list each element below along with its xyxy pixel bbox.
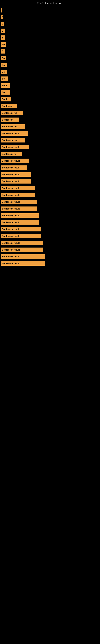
bar-label: B [2, 23, 3, 25]
bar-label: Bottleneck result [2, 221, 20, 224]
bar-row: Bottleneck result [1, 199, 100, 204]
bar-label: Bottleneck result [2, 146, 20, 148]
bar-label: Bottleneck result [2, 180, 20, 182]
bar-row: Bottleneck result [1, 234, 100, 239]
bar-row: Bottleneck result [1, 192, 100, 198]
bar-label: Bottleneck result [2, 242, 20, 244]
bar-row: Bottleneck res [1, 110, 100, 116]
bar-row: Bottl [1, 83, 100, 88]
bar-label: Bo [2, 64, 5, 66]
bar-label: Bottleneck result [2, 214, 20, 217]
bar-label: B [2, 16, 3, 18]
bar-row: Bottleneck result [1, 213, 100, 218]
bar: Bottleneck result [1, 131, 28, 136]
bar: Bottleneck result [1, 158, 29, 163]
bar-label: Bottleneck result [2, 187, 20, 190]
bar-label: Bottl [2, 84, 7, 87]
bar-row: Bottleneck [1, 117, 100, 122]
bar-label: Bottleneck re [2, 153, 16, 155]
bar-label: Bottleneck resu [2, 139, 18, 142]
bar-row: Bottl [1, 96, 100, 102]
bar: Bottleneck re [1, 152, 22, 156]
bar-row: Bottleneck resu [1, 138, 100, 143]
bar: Bottleneck result [1, 248, 43, 252]
bar-label: Bottleneck result [2, 228, 20, 230]
bar-label: Bottleneck result [2, 262, 20, 265]
bar-row: Bottleneck re [1, 151, 100, 156]
bar: Bottleneck result [1, 206, 37, 211]
bar-row: Bo [1, 42, 100, 47]
bar: Bottleneck [1, 118, 19, 122]
bar-row: Bottleneck result [1, 131, 100, 136]
bar: Bottleneck resu [1, 124, 25, 129]
bar-row: Bottleneck resul [1, 165, 100, 170]
bar-label: B [2, 50, 3, 52]
bar: Bottleneck result [1, 220, 39, 224]
bar-label: Bottleneck result [2, 208, 20, 210]
bar: Bo [1, 63, 7, 67]
bar-row [1, 8, 100, 13]
bar-row: Bottleneck result [1, 158, 100, 164]
bar-row: B [1, 49, 100, 54]
bar: B [1, 49, 5, 54]
bar-row: Bottleneck result [1, 206, 100, 211]
bar: Bottleneck resu [1, 138, 25, 142]
bar-label: Bottleneck [2, 118, 13, 121]
bar-label: Bottleneck result [2, 256, 20, 258]
bar: Bo [1, 42, 6, 47]
bar: B [1, 15, 3, 19]
bar-row: Bottleneck result [1, 179, 100, 184]
bar-label: Bott [2, 91, 6, 94]
bar-row: Bottleneck result [1, 172, 100, 177]
bar-row: Bottleneck resu [1, 124, 100, 129]
bar: Bottleneck result [1, 234, 41, 238]
bar-label: Bottl [2, 98, 7, 100]
bar: Bottleneck result [1, 261, 46, 266]
bars-container: BBBBBoBBoBoBoBotBottlBottBottlBottlenecB… [0, 6, 100, 268]
bar-label: Bottleneck result [2, 132, 20, 135]
bar-row: Bottleneck result [1, 240, 100, 246]
bar-row: Bo [1, 69, 100, 74]
bar: Bottl [1, 83, 10, 88]
bar: Bottleneck result [1, 179, 31, 184]
bar-row: Bottleneck result [1, 261, 100, 266]
bar: Bottleneck result [1, 213, 39, 218]
bar-label: B [2, 36, 3, 39]
bar: Bott [1, 90, 10, 94]
bar-label: Bottleneck result [2, 173, 20, 176]
site-title: TheBottlenecker.com [0, 0, 100, 6]
bar-label: Bottleneck result [2, 160, 20, 162]
bar [1, 8, 2, 12]
bar: Bot [1, 76, 8, 81]
bar-label: Bottleneck resul [2, 166, 19, 169]
bar-row: Bottleneck result [1, 254, 100, 259]
bar-row: Bottleneck result [1, 226, 100, 232]
bar: Bottleneck result [1, 200, 37, 204]
bar-row: B [1, 28, 100, 34]
bar: B [1, 36, 5, 40]
bar: Bottlenec [1, 104, 17, 108]
bar: Bottleneck result [1, 227, 41, 232]
bar-label: Bo [2, 43, 5, 46]
bar: Bottleneck result [1, 186, 35, 190]
bar-row: Bottleneck result [1, 220, 100, 225]
bar-label: Bot [2, 78, 5, 80]
bar: Bo [1, 56, 6, 60]
bar-row: Bo [1, 56, 100, 61]
bar-label: Bottleneck res [2, 112, 17, 114]
bar-row: B [1, 35, 100, 40]
bar-label: Bottleneck result [2, 235, 20, 237]
bar-row: B [1, 21, 100, 26]
bar: Bottleneck resul [1, 166, 27, 170]
bar: Bottleneck result [1, 193, 35, 197]
bar-label: Bottlenec [2, 105, 12, 107]
bar-row: Bo [1, 62, 100, 68]
bar: Bottleneck res [1, 111, 23, 115]
bar-label: Bottleneck result [2, 194, 20, 196]
bar-label: Bo [2, 71, 5, 73]
bar-row: B [1, 14, 100, 20]
bar-row: Bott [1, 90, 100, 95]
bar-label: B [2, 30, 3, 32]
bar-row: Bottleneck result [1, 186, 100, 191]
bar-label: Bo [2, 57, 5, 59]
